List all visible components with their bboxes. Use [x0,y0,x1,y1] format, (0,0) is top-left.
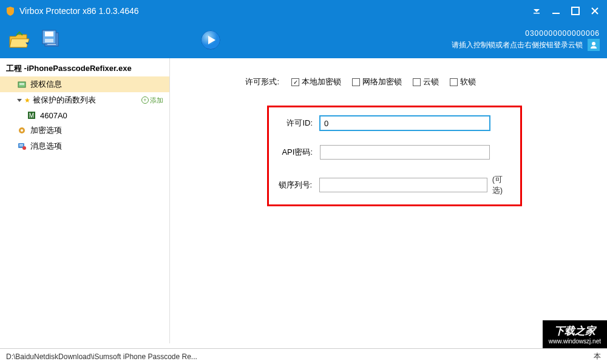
svg-rect-14 [19,84,24,85]
toolbar: 0300000000000006 请插入控制锁或者点击右侧按钮登录云锁 [0,22,607,58]
lock-serial-row: 锁序列号: (可选) [276,174,513,196]
watermark-url: www.windowszj.net [549,338,601,345]
checkbox-cloud[interactable]: 云锁 [413,76,439,87]
tree-item-message-options[interactable]: 消息选项 [0,138,169,154]
tree-item-license-info[interactable]: 授权信息 [0,76,169,92]
checkbox-soft[interactable]: 软锁 [450,76,476,87]
svg-point-18 [21,129,23,132]
watermark: 下载之家 www.windowszj.net [543,320,607,348]
tree-item-protected-funcs[interactable]: ★ 被保护的函数列表 +添加 [0,92,169,108]
svg-rect-21 [19,146,23,146]
add-button[interactable]: +添加 [141,96,163,105]
maximize-button[interactable] [568,4,583,18]
status-right: 本 [594,351,601,362]
checkbox-local[interactable]: ✓本地加密锁 [291,76,341,87]
status-path: D:\BaiduNetdiskDownload\iSumsoft iPhone … [6,352,197,361]
app-logo-icon [5,5,16,16]
svg-rect-13 [19,83,24,84]
api-password-label: API密码: [276,147,313,158]
lock-serial-label: 锁序列号: [276,180,312,190]
close-button[interactable] [588,4,602,18]
content-area: 工程 -iPhonePasscodeRefixer.exe 授权信息 ★ 被保护… [0,58,607,343]
svg-rect-0 [534,13,540,14]
api-password-input[interactable] [320,145,490,160]
lock-serial-input[interactable] [319,178,487,192]
tree-label: 消息选项 [30,141,62,152]
tree-item-encrypt-options[interactable]: 加密选项 [0,123,169,138]
svg-text:M: M [29,112,34,119]
svg-rect-20 [19,144,23,145]
run-button[interactable] [200,30,221,50]
highlight-box: 许可ID: API密码: 锁序列号: (可选) [267,106,522,206]
gear-icon [17,126,27,135]
device-serial: 0300000000000006 [452,29,600,38]
tree-label: 被保护的函数列表 [33,95,96,106]
project-root[interactable]: 工程 -iPhonePasscodeRefixer.exe [0,61,169,76]
license-id-row: 许可ID: [276,116,513,130]
sidebar-tree: 工程 -iPhonePasscodeRefixer.exe 授权信息 ★ 被保护… [0,58,170,343]
dropdown-icon[interactable] [529,4,544,18]
open-folder-button[interactable] [7,29,32,51]
svg-point-11 [592,42,595,46]
minimize-button[interactable] [549,4,563,18]
tree-label: 授权信息 [30,79,62,90]
login-hint: 请插入控制锁或者点击右侧按钮登录云锁 [452,40,583,50]
tree-label: 加密选项 [30,125,62,136]
login-button[interactable] [588,39,600,51]
status-bar: D:\BaiduNetdiskDownload\iSumsoft iPhone … [0,348,607,364]
svg-rect-2 [572,7,579,15]
svg-rect-1 [552,13,560,14]
svg-point-22 [22,146,26,150]
license-id-label: 许可ID: [276,118,313,129]
tree-item-func[interactable]: M 4607A0 [0,108,169,123]
license-icon [17,79,27,89]
module-icon: M [27,110,36,120]
optional-label: (可选) [492,174,513,196]
license-type-label: 许可形式: [219,76,279,87]
expand-arrow-icon [17,99,22,102]
title-bar: Virbox Protector x86 1.0.3.4646 [0,0,607,22]
save-button[interactable] [41,29,63,51]
api-password-row: API密码: [276,145,513,160]
tree-label: 4607A0 [40,111,67,120]
message-icon [17,141,27,151]
toolbar-right: 0300000000000006 请插入控制锁或者点击右侧按钮登录云锁 [452,29,600,51]
svg-rect-8 [45,39,53,42]
checkbox-network[interactable]: 网络加密锁 [352,76,402,87]
license-type-row: 许可形式: ✓本地加密锁 网络加密锁 云锁 软锁 [219,76,583,87]
main-panel: 许可形式: ✓本地加密锁 网络加密锁 云锁 软锁 许可ID: API密码: 锁序… [170,58,607,343]
svg-rect-7 [45,32,53,36]
star-icon: ★ [24,96,30,104]
window-title: Virbox Protector x86 1.0.3.4646 [19,6,139,16]
license-id-input[interactable] [320,116,490,130]
watermark-title: 下载之家 [549,324,601,338]
